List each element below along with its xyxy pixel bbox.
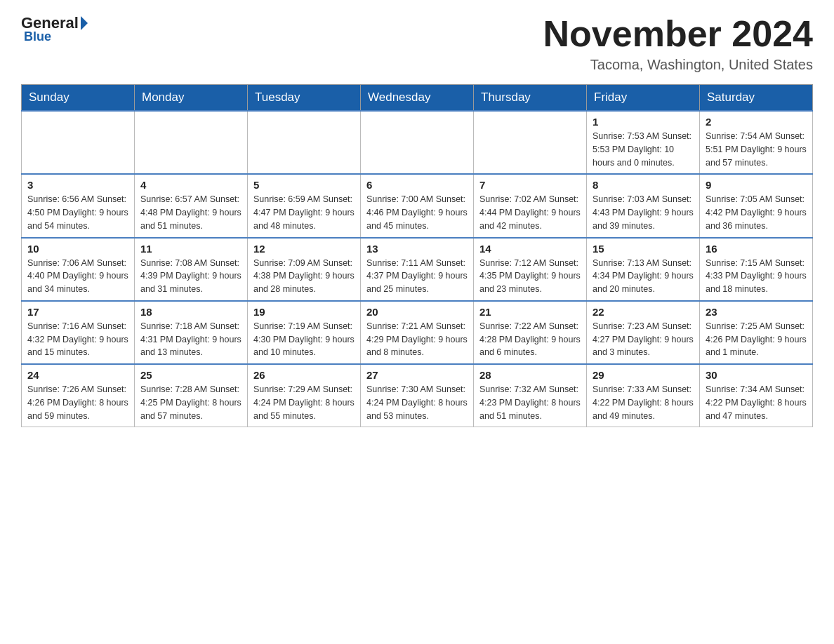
day-info: Sunrise: 7:22 AM Sunset: 4:28 PM Dayligh… (479, 320, 581, 359)
day-info: Sunrise: 7:28 AM Sunset: 4:25 PM Dayligh… (140, 383, 241, 422)
calendar-header: SundayMondayTuesdayWednesdayThursdayFrid… (22, 85, 813, 112)
calendar-day-cell: 10Sunrise: 7:06 AM Sunset: 4:40 PM Dayli… (22, 238, 135, 301)
day-info: Sunrise: 7:03 AM Sunset: 4:43 PM Dayligh… (593, 193, 694, 232)
calendar-day-cell: 9Sunrise: 7:05 AM Sunset: 4:42 PM Daylig… (700, 174, 813, 237)
calendar-day-cell: 11Sunrise: 7:08 AM Sunset: 4:39 PM Dayli… (135, 238, 248, 301)
day-info: Sunrise: 6:56 AM Sunset: 4:50 PM Dayligh… (27, 193, 128, 232)
day-number: 20 (366, 306, 468, 318)
calendar-body: 1Sunrise: 7:53 AM Sunset: 5:53 PM Daylig… (22, 111, 813, 427)
calendar-week-row: 10Sunrise: 7:06 AM Sunset: 4:40 PM Dayli… (22, 238, 813, 301)
day-info: Sunrise: 7:02 AM Sunset: 4:44 PM Dayligh… (479, 193, 581, 232)
calendar-day-cell: 4Sunrise: 6:57 AM Sunset: 4:48 PM Daylig… (135, 174, 248, 237)
calendar-day-cell: 20Sunrise: 7:21 AM Sunset: 4:29 PM Dayli… (361, 301, 474, 364)
calendar-day-cell: 28Sunrise: 7:32 AM Sunset: 4:23 PM Dayli… (474, 364, 587, 427)
day-info: Sunrise: 7:29 AM Sunset: 4:24 PM Dayligh… (253, 383, 355, 422)
calendar-day-cell: 16Sunrise: 7:15 AM Sunset: 4:33 PM Dayli… (700, 238, 813, 301)
calendar-day-cell: 1Sunrise: 7:53 AM Sunset: 5:53 PM Daylig… (587, 111, 700, 174)
calendar-day-cell: 18Sunrise: 7:18 AM Sunset: 4:31 PM Dayli… (135, 301, 248, 364)
day-info: Sunrise: 6:59 AM Sunset: 4:47 PM Dayligh… (253, 193, 355, 232)
day-info: Sunrise: 7:00 AM Sunset: 4:46 PM Dayligh… (366, 193, 468, 232)
day-info: Sunrise: 7:13 AM Sunset: 4:34 PM Dayligh… (593, 257, 694, 296)
day-number: 17 (27, 306, 128, 318)
title-block: November 2024 Tacoma, Washington, United… (543, 14, 813, 73)
calendar-week-row: 1Sunrise: 7:53 AM Sunset: 5:53 PM Daylig… (22, 111, 813, 174)
day-info: Sunrise: 7:05 AM Sunset: 4:42 PM Dayligh… (706, 193, 807, 232)
calendar-header-cell: Wednesday (361, 85, 474, 112)
day-number: 6 (366, 179, 468, 191)
calendar-day-cell: 29Sunrise: 7:33 AM Sunset: 4:22 PM Dayli… (587, 364, 700, 427)
logo: General Blue (21, 14, 88, 44)
day-info: Sunrise: 7:16 AM Sunset: 4:32 PM Dayligh… (27, 320, 128, 359)
calendar-day-cell: 24Sunrise: 7:26 AM Sunset: 4:26 PM Dayli… (22, 364, 135, 427)
day-number: 1 (593, 116, 694, 128)
calendar-day-cell: 30Sunrise: 7:34 AM Sunset: 4:22 PM Dayli… (700, 364, 813, 427)
day-info: Sunrise: 7:30 AM Sunset: 4:24 PM Dayligh… (366, 383, 468, 422)
day-number: 2 (706, 116, 807, 128)
calendar-header-cell: Tuesday (248, 85, 361, 112)
calendar-table: SundayMondayTuesdayWednesdayThursdayFrid… (21, 84, 813, 427)
day-info: Sunrise: 7:54 AM Sunset: 5:51 PM Dayligh… (706, 130, 807, 169)
day-number: 3 (27, 179, 128, 191)
calendar-day-cell: 2Sunrise: 7:54 AM Sunset: 5:51 PM Daylig… (700, 111, 813, 174)
calendar-title: November 2024 (543, 14, 813, 54)
day-number: 26 (253, 369, 355, 381)
calendar-day-cell: 6Sunrise: 7:00 AM Sunset: 4:46 PM Daylig… (361, 174, 474, 237)
calendar-day-cell (135, 111, 248, 174)
calendar-header-cell: Friday (587, 85, 700, 112)
day-number: 27 (366, 369, 468, 381)
day-info: Sunrise: 7:26 AM Sunset: 4:26 PM Dayligh… (27, 383, 128, 422)
day-info: Sunrise: 6:57 AM Sunset: 4:48 PM Dayligh… (140, 193, 241, 232)
logo-arrow-icon (81, 16, 88, 30)
day-info: Sunrise: 7:34 AM Sunset: 4:22 PM Dayligh… (706, 383, 807, 422)
day-number: 16 (706, 243, 807, 255)
calendar-day-cell (474, 111, 587, 174)
day-number: 28 (479, 369, 581, 381)
day-number: 30 (706, 369, 807, 381)
calendar-day-cell: 13Sunrise: 7:11 AM Sunset: 4:37 PM Dayli… (361, 238, 474, 301)
calendar-day-cell: 15Sunrise: 7:13 AM Sunset: 4:34 PM Dayli… (587, 238, 700, 301)
calendar-day-cell: 23Sunrise: 7:25 AM Sunset: 4:26 PM Dayli… (700, 301, 813, 364)
day-info: Sunrise: 7:06 AM Sunset: 4:40 PM Dayligh… (27, 257, 128, 296)
day-number: 11 (140, 243, 241, 255)
day-info: Sunrise: 7:33 AM Sunset: 4:22 PM Dayligh… (593, 383, 694, 422)
calendar-header-cell: Thursday (474, 85, 587, 112)
calendar-day-cell: 26Sunrise: 7:29 AM Sunset: 4:24 PM Dayli… (248, 364, 361, 427)
calendar-week-row: 24Sunrise: 7:26 AM Sunset: 4:26 PM Dayli… (22, 364, 813, 427)
day-number: 29 (593, 369, 694, 381)
calendar-day-cell: 22Sunrise: 7:23 AM Sunset: 4:27 PM Dayli… (587, 301, 700, 364)
day-number: 8 (593, 179, 694, 191)
calendar-day-cell: 3Sunrise: 6:56 AM Sunset: 4:50 PM Daylig… (22, 174, 135, 237)
calendar-day-cell: 27Sunrise: 7:30 AM Sunset: 4:24 PM Dayli… (361, 364, 474, 427)
calendar-day-cell: 21Sunrise: 7:22 AM Sunset: 4:28 PM Dayli… (474, 301, 587, 364)
calendar-header-cell: Sunday (22, 85, 135, 112)
calendar-day-cell: 14Sunrise: 7:12 AM Sunset: 4:35 PM Dayli… (474, 238, 587, 301)
day-number: 24 (27, 369, 128, 381)
day-number: 5 (253, 179, 355, 191)
page-header: General Blue November 2024 Tacoma, Washi… (21, 14, 813, 73)
day-number: 12 (253, 243, 355, 255)
day-number: 9 (706, 179, 807, 191)
day-info: Sunrise: 7:25 AM Sunset: 4:26 PM Dayligh… (706, 320, 807, 359)
calendar-day-cell: 8Sunrise: 7:03 AM Sunset: 4:43 PM Daylig… (587, 174, 700, 237)
day-info: Sunrise: 7:18 AM Sunset: 4:31 PM Dayligh… (140, 320, 241, 359)
day-number: 19 (253, 306, 355, 318)
day-number: 23 (706, 306, 807, 318)
day-number: 15 (593, 243, 694, 255)
day-info: Sunrise: 7:11 AM Sunset: 4:37 PM Dayligh… (366, 257, 468, 296)
calendar-day-cell (361, 111, 474, 174)
day-info: Sunrise: 7:53 AM Sunset: 5:53 PM Dayligh… (593, 130, 694, 169)
day-info: Sunrise: 7:15 AM Sunset: 4:33 PM Dayligh… (706, 257, 807, 296)
day-number: 7 (479, 179, 581, 191)
calendar-day-cell: 5Sunrise: 6:59 AM Sunset: 4:47 PM Daylig… (248, 174, 361, 237)
day-info: Sunrise: 7:19 AM Sunset: 4:30 PM Dayligh… (253, 320, 355, 359)
day-number: 4 (140, 179, 241, 191)
calendar-day-cell: 17Sunrise: 7:16 AM Sunset: 4:32 PM Dayli… (22, 301, 135, 364)
calendar-day-cell (22, 111, 135, 174)
day-number: 21 (479, 306, 581, 318)
calendar-day-cell: 12Sunrise: 7:09 AM Sunset: 4:38 PM Dayli… (248, 238, 361, 301)
day-info: Sunrise: 7:12 AM Sunset: 4:35 PM Dayligh… (479, 257, 581, 296)
day-info: Sunrise: 7:09 AM Sunset: 4:38 PM Dayligh… (253, 257, 355, 296)
calendar-header-cell: Monday (135, 85, 248, 112)
calendar-header-row: SundayMondayTuesdayWednesdayThursdayFrid… (22, 85, 813, 112)
day-info: Sunrise: 7:32 AM Sunset: 4:23 PM Dayligh… (479, 383, 581, 422)
